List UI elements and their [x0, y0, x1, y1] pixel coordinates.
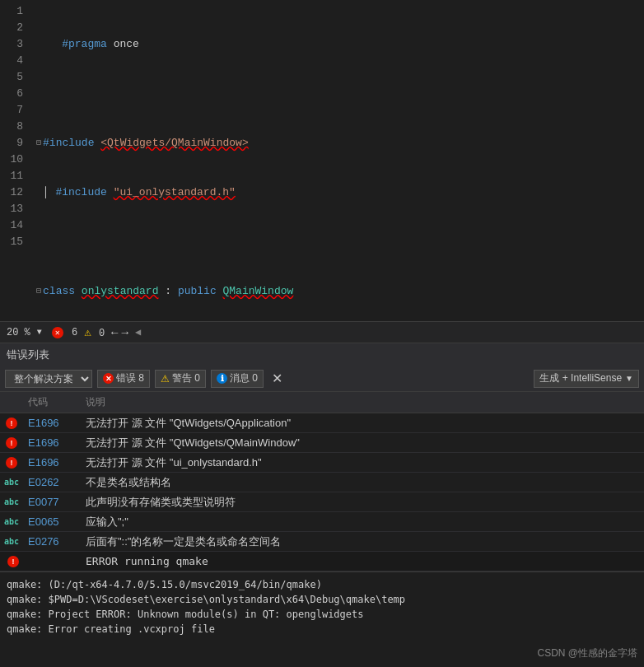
build-label: 生成 + IntelliSense	[539, 371, 622, 385]
status-bar: 20 % ▼ ✕ 6 ⚠ 0 ← → ◀	[0, 321, 644, 343]
clear-filter-btn[interactable]: ✕	[268, 371, 286, 386]
output-area: qmake: (D:/qt-x64-4.7.0/5.15.0/msvc2019_…	[0, 571, 644, 641]
error-circle-icon: !	[7, 556, 19, 567]
build-intellisense-btn[interactable]: 生成 + IntelliSense ▼	[534, 370, 639, 388]
error-desc: ERROR running qmake	[81, 553, 644, 569]
code-token: #include	[43, 135, 100, 152]
error-desc: 无法打开 源 文件 "QtWidgets/QApplication"	[81, 414, 644, 432]
output-line: qmake: Project ERROR: Unknown module(s) …	[7, 607, 637, 622]
error-filter-btn[interactable]: ✕ 错误 8	[97, 370, 150, 388]
code-token: :	[158, 283, 177, 300]
row-error-icon: !	[0, 436, 23, 450]
error-code: E0065	[23, 514, 81, 529]
build-dropdown-icon: ▼	[625, 374, 633, 383]
output-line: qmake: $PWD=D:\VScodeset\exercise\onlyst…	[7, 592, 637, 607]
code-token: #include	[55, 184, 113, 201]
code-token: │	[36, 184, 55, 201]
error-code	[23, 560, 81, 563]
error-code: E0262	[23, 474, 81, 490]
watermark: CSDN @性感的金字塔	[537, 646, 637, 660]
error-desc: 无法打开 源 文件 "ui_onlystandard.h"	[81, 454, 644, 472]
warning-filter-icon: ⚠	[161, 373, 170, 385]
code-token: once	[114, 36, 139, 53]
warning-icon: ⚠	[84, 325, 91, 339]
zoom-level: 20 %	[7, 327, 30, 338]
error-code: E1696	[23, 415, 81, 431]
error-code: E0276	[23, 534, 81, 549]
row-abc-icon: abc	[0, 535, 23, 548]
nav-arrows: ← →	[111, 326, 128, 339]
error-circle-icon: !	[6, 457, 17, 469]
output-line: qmake: Error creating .vcxproj file	[7, 622, 637, 637]
error-icon: ✕	[52, 327, 63, 338]
row-error-icon: !	[0, 416, 23, 431]
table-row[interactable]: abc E0077 此声明没有存储类或类型说明符	[0, 492, 644, 512]
warning-filter-btn[interactable]: ⚠ 警告 0	[155, 370, 206, 388]
error-code: E1696	[23, 455, 81, 470]
output-line: qmake: (D:/qt-x64-4.7.0/5.15.0/msvc2019_…	[7, 577, 637, 592]
row-error-icon: !	[0, 455, 23, 470]
table-row[interactable]: ! ERROR running qmake	[0, 552, 644, 571]
table-row[interactable]: ! E1696 无法打开 源 文件 "QtWidgets/QMainWindow…	[0, 433, 644, 453]
col-code-header: 代码	[23, 392, 81, 413]
code-token: QMainWindow	[222, 283, 293, 300]
nav-left-arrow[interactable]: ←	[111, 326, 118, 339]
table-row[interactable]: abc E0262 不是类名或结构名	[0, 473, 644, 492]
error-desc: 无法打开 源 文件 "QtWidgets/QMainWindow"	[81, 434, 644, 452]
collapse-icon[interactable]: ⊟	[36, 283, 41, 300]
col-desc-header: 说明	[81, 392, 644, 413]
error-desc: 后面有"::"的名称一定是类名或命名空间名	[81, 533, 644, 551]
row-error-icon2: !	[0, 554, 23, 569]
info-filter-btn[interactable]: ℹ 消息 0	[211, 370, 264, 388]
error-desc: 应输入";"	[81, 513, 644, 531]
code-token: "ui_onlystandard.h"	[114, 184, 236, 201]
table-row[interactable]: abc E0276 后面有"::"的名称一定是类名或命名空间名	[0, 532, 644, 552]
error-status: ✕ 6	[52, 327, 77, 338]
zoom-dropdown-icon[interactable]: ▼	[37, 328, 42, 337]
collapse-icon[interactable]: ⊟	[36, 135, 41, 152]
col-icon-header	[0, 392, 23, 413]
code-token: <QtWidgets/QMainWindow>	[100, 135, 248, 152]
warning-count: 0	[99, 328, 105, 339]
table-row[interactable]: abc E0065 应输入";"	[0, 512, 644, 532]
row-abc-icon: abc	[0, 515, 23, 528]
code-token: #pragma	[36, 36, 114, 53]
error-desc: 此声明没有存储类或类型说明符	[81, 493, 644, 511]
code-token: onlystandard	[82, 283, 159, 300]
info-filter-icon: ℹ	[217, 373, 227, 384]
table-row[interactable]: ! E1696 无法打开 源 文件 "QtWidgets/QApplicatio…	[0, 413, 644, 433]
error-table: ! E1696 无法打开 源 文件 "QtWidgets/QApplicatio…	[0, 413, 644, 571]
code-token: public	[178, 283, 223, 300]
warning-filter-label: 警告 0	[172, 371, 200, 385]
row-abc-icon: abc	[0, 476, 23, 488]
error-code: E1696	[23, 435, 81, 450]
code-editor: 1 2 3 4 5 6 7 8 9 10 11 12 13 14 15 #pra…	[0, 0, 644, 321]
row-abc-icon: abc	[0, 496, 23, 508]
error-circle-icon: !	[6, 437, 17, 449]
error-circle-icon: !	[6, 417, 17, 429]
error-code: E0077	[23, 494, 81, 510]
info-filter-label: 消息 0	[230, 371, 258, 385]
warning-status: ⚠ 0	[84, 325, 105, 339]
error-count: 6	[72, 327, 77, 338]
code-token: class	[43, 283, 82, 300]
nav-right-arrow[interactable]: →	[121, 326, 128, 339]
table-row[interactable]: ! E1696 无法打开 源 文件 "ui_onlystandard.h"	[0, 453, 644, 473]
scroll-indicator: ◀	[135, 326, 141, 338]
code-text[interactable]: #pragma once ⊟#include <QtWidgets/QMainW…	[30, 0, 644, 321]
error-list-title: 错误列表	[7, 347, 49, 362]
error-list-header: 错误列表	[0, 343, 644, 366]
error-toolbar: 整个解决方案 ✕ 错误 8 ⚠ 警告 0 ℹ 消息 0 ✕ 生成 + Intel…	[0, 366, 644, 392]
solution-select[interactable]: 整个解决方案	[5, 370, 92, 388]
error-table-header: 代码 说明	[0, 392, 644, 413]
line-numbers: 1 2 3 4 5 6 7 8 9 10 11 12 13 14 15	[0, 0, 30, 321]
error-filter-label: 错误 8	[116, 371, 144, 385]
error-filter-icon: ✕	[103, 373, 114, 384]
error-desc: 不是类名或结构名	[81, 473, 644, 492]
